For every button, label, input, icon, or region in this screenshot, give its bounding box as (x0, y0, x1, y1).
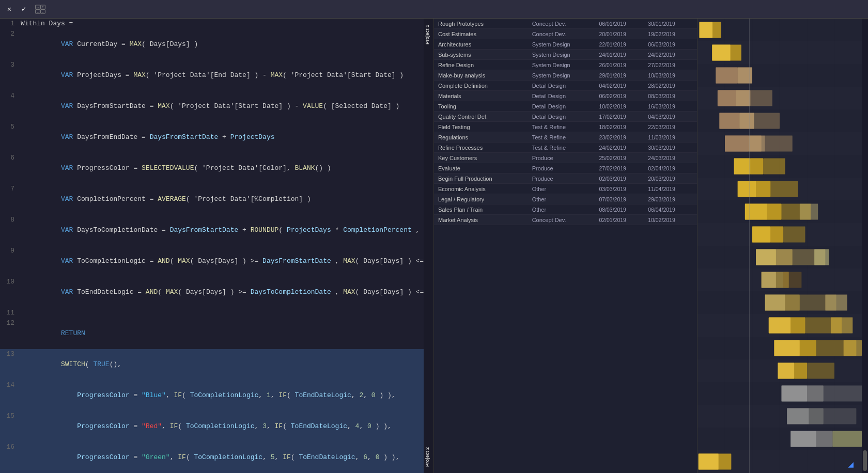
row-end: 19/02/2019 (648, 31, 697, 37)
line-content-10: VAR ToEndDateLogic = AND( MAX( Days[Days… (21, 277, 424, 308)
row-name: Tooling (434, 103, 532, 109)
code-line-10: 10 VAR ToEndDateLogic = AND( MAX( Days[D… (0, 277, 424, 308)
line-num-12: 12 (0, 318, 21, 328)
row-end: 06/04/2019 (648, 207, 697, 213)
row-end: 24/03/2019 (648, 155, 697, 161)
line-content-11 (21, 308, 424, 318)
svg-rect-104 (809, 408, 824, 424)
svg-rect-55 (750, 159, 763, 175)
svg-rect-54 (734, 159, 751, 175)
row-start: 18/02/2019 (599, 124, 648, 130)
row-end: 11/04/2019 (648, 186, 697, 192)
svg-text:Σ: Σ (42, 6, 43, 9)
row-phase: Detail Design (532, 83, 599, 89)
project-sidebar: Project 1 Project 2 (424, 19, 434, 473)
code-line-6: 6 VAR ProgressColor = SELECTEDVALUE( 'Pr… (0, 153, 424, 184)
table-row: Economic Analysis Other 03/03/2019 11/04… (434, 184, 697, 194)
row-start: 07/03/2019 (599, 196, 648, 202)
svg-text:fx: fx (36, 6, 39, 9)
close-icon[interactable]: ✕ (4, 4, 14, 14)
row-end: 24/02/2019 (648, 52, 697, 58)
code-line-5: 5 VAR DaysFromEndDate = DaysFromStartDat… (0, 122, 424, 153)
formula-icon[interactable]: fx Σ % # (35, 4, 45, 14)
svg-rect-81 (785, 295, 800, 311)
row-end: 29/03/2019 (648, 196, 697, 202)
code-line-4: 4 VAR DaysFromStartDate = MAX( 'Project … (0, 91, 424, 122)
row-name: Materials (434, 93, 532, 99)
row-start: 10/02/2019 (599, 103, 648, 109)
code-line-7: 7 VAR CompletionPercent = AVERAGE( 'Proj… (0, 184, 424, 215)
row-name: Legal / Regulatory (434, 196, 532, 202)
code-editor[interactable]: 1 Within Days = 2 VAR CurrentDay = MAX( … (0, 19, 424, 473)
line-content-2: VAR CurrentDay = MAX( Days[Days] ) (21, 29, 424, 60)
project1-label: Project 1 (424, 24, 433, 45)
line-content-9: VAR ToCompletionLogic = AND( MAX( Days[D… (21, 246, 424, 277)
svg-rect-109 (832, 431, 862, 447)
row-start: 27/02/2019 (599, 165, 648, 171)
row-phase: Concept Dev. (532, 217, 599, 223)
table-row: Make-buy analysis System Design 29/01/20… (434, 70, 697, 81)
row-end: 27/02/2019 (648, 62, 697, 68)
svg-rect-42 (718, 90, 736, 106)
svg-rect-90 (774, 340, 799, 356)
code-line-13: 13 SWITCH( TRUE(), (0, 349, 424, 380)
table-row: Rough Prototypes Concept Dev. 06/01/2019… (434, 19, 697, 29)
table-row: Quality Control Def. Detail Design 17/02… (434, 112, 697, 122)
svg-rect-43 (736, 90, 750, 106)
svg-rect-99 (782, 386, 807, 402)
data-area: Project 1 Project 2 Rough Prototypes Con… (424, 19, 868, 473)
line-num-8: 8 (0, 215, 21, 225)
row-name: Architectures (434, 41, 532, 48)
row-start: 06/02/2019 (599, 93, 648, 99)
svg-rect-78 (783, 272, 801, 288)
line-content-14: ProgressColor = "Blue", IF( ToCompletion… (21, 380, 424, 411)
table-row: Materials Detail Design 06/02/2019 08/03… (434, 91, 697, 101)
svg-text:#: # (42, 10, 44, 13)
table-row: Refine Design System Design 26/01/2019 2… (434, 60, 697, 70)
scrollbar-thumb[interactable] (863, 450, 867, 471)
row-name: Economic Analysis (434, 186, 532, 192)
table-row: Legal / Regulatory Other 07/03/2019 29/0… (434, 194, 697, 204)
svg-rect-85 (769, 318, 791, 334)
row-start: 23/02/2019 (599, 134, 648, 140)
line-content-1: Within Days = (21, 19, 424, 29)
svg-rect-95 (778, 363, 794, 379)
line-num-13: 13 (0, 349, 21, 359)
svg-rect-46 (719, 113, 739, 129)
line-num-9: 9 (0, 246, 21, 256)
row-start: 29/01/2019 (599, 72, 648, 78)
line-content-13: SWITCH( TRUE(), (21, 349, 424, 380)
row-phase: System Design (532, 62, 599, 68)
line-num-1: 1 (0, 19, 21, 29)
row-name: Field Testing (434, 124, 532, 130)
svg-rect-96 (794, 363, 807, 379)
row-end: 22/03/2019 (648, 124, 697, 130)
code-line-15: 15 ProgressColor = "Red", IF( ToCompleti… (0, 411, 424, 442)
svg-rect-44 (750, 90, 772, 106)
svg-rect-91 (800, 340, 816, 356)
line-num-7: 7 (0, 184, 21, 194)
main-content: 1 Within Days = 2 VAR CurrentDay = MAX( … (0, 19, 868, 473)
line-content-7: VAR CompletionPercent = AVERAGE( 'Projec… (21, 184, 424, 215)
row-name: Evaluate (434, 165, 532, 171)
svg-rect-14 (698, 19, 862, 41)
table-row: Complete Definition Detail Design 04/02/… (434, 81, 697, 91)
line-num-3: 3 (0, 60, 21, 70)
row-start: 26/01/2019 (599, 62, 648, 68)
svg-rect-69 (783, 227, 805, 243)
svg-rect-47 (739, 113, 754, 129)
check-icon[interactable]: ✓ (19, 4, 29, 14)
row-end: 10/02/2019 (648, 217, 697, 223)
row-end: 11/03/2019 (648, 134, 697, 140)
svg-rect-63 (767, 204, 781, 220)
code-line-9: 9 VAR ToCompletionLogic = AND( MAX( Days… (0, 246, 424, 277)
svg-rect-74 (814, 249, 829, 265)
svg-rect-107 (791, 431, 816, 447)
line-num-5: 5 (0, 122, 21, 132)
row-start: 25/02/2019 (599, 155, 648, 161)
scrollbar-right[interactable] (862, 19, 868, 473)
svg-rect-101 (824, 386, 862, 402)
table-section: Rough Prototypes Concept Dev. 06/01/2019… (434, 19, 698, 473)
svg-rect-60 (770, 181, 798, 197)
row-end: 20/03/2019 (648, 176, 697, 182)
